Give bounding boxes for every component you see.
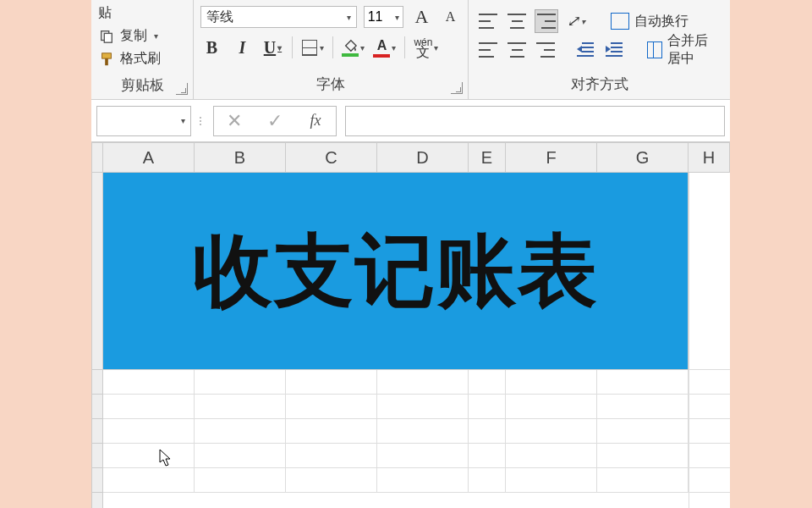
column-header[interactable]: B [195,142,286,173]
increase-font-button[interactable]: A [410,5,432,29]
dialog-launcher-icon[interactable] [176,83,188,95]
orientation-button[interactable]: ⤢▾ [565,9,587,33]
title-cell[interactable]: 收支记账表 [103,173,689,370]
cell[interactable] [597,370,689,395]
increase-indent-button[interactable] [603,38,625,62]
cell[interactable] [689,370,730,395]
row-header[interactable] [91,444,103,468]
align-bottom-button[interactable] [535,9,558,33]
cell[interactable] [103,468,195,493]
font-size-select[interactable]: 11 ▾ [364,6,404,28]
align-left-button[interactable] [477,38,499,62]
column-header[interactable]: H [689,142,730,173]
row-header[interactable] [91,419,103,444]
cancel-button[interactable]: ✕ [214,107,255,135]
font-body: 等线 ▾ 11 ▾ A A B I U▾ [194,0,468,71]
font-color-button[interactable]: A ▾ [373,36,396,59]
cell[interactable] [195,444,286,468]
column-header[interactable]: G [597,142,689,173]
cell[interactable] [469,370,506,395]
paste-button[interactable]: 贴 [98,2,186,25]
cell[interactable] [286,468,377,493]
align-bottom-icon [537,14,556,29]
cell[interactable] [286,419,377,444]
cell[interactable] [506,370,597,395]
cell[interactable] [469,419,506,444]
formula-buttons: ✕ ✓ fx [213,106,337,136]
cell[interactable] [195,370,286,395]
align-right-button[interactable] [535,38,557,62]
cell[interactable] [286,444,377,468]
cell[interactable] [286,395,377,419]
cell[interactable] [195,419,286,444]
underline-button[interactable]: U▾ [261,36,283,59]
borders-button[interactable]: ▾ [301,36,324,59]
row-header[interactable] [91,370,103,395]
align-center-button[interactable] [506,38,528,62]
column-header[interactable]: D [377,142,469,173]
name-box[interactable]: ▾ [96,106,191,136]
font-family-select[interactable]: 等线 ▾ [200,6,356,28]
cell[interactable] [506,468,597,493]
cell[interactable] [469,395,506,419]
column-header[interactable]: C [286,142,377,173]
cells-area[interactable]: 收支记账表 [103,173,730,508]
row-header[interactable] [91,395,103,419]
row-header[interactable] [91,493,103,508]
cell[interactable] [103,395,195,419]
align-body: ⤢▾ 自动换行 合并后 [469,0,730,71]
separator [404,36,405,58]
column-header[interactable]: F [506,142,597,173]
bold-button[interactable]: B [200,36,222,59]
cell[interactable] [689,444,730,468]
copy-button[interactable]: 复制 ▾ [98,25,186,47]
cell[interactable] [377,395,469,419]
cell[interactable] [597,395,689,419]
cell[interactable] [103,370,195,395]
enter-button[interactable]: ✓ [255,107,295,135]
cell[interactable] [597,468,689,493]
cell[interactable] [377,419,469,444]
cell[interactable] [689,173,730,370]
cell[interactable] [103,444,195,468]
column-header[interactable]: A [103,142,195,173]
cell[interactable] [469,468,506,493]
format-painter-button[interactable]: 格式刷 [98,47,186,70]
column-header[interactable]: E [469,142,506,173]
cell[interactable] [597,419,689,444]
cell[interactable] [103,419,195,444]
merge-center-button[interactable]: 合并后居中 [647,32,721,68]
align-middle-button[interactable] [506,9,528,33]
select-all-corner[interactable] [91,142,103,173]
cell[interactable] [689,395,730,419]
wrap-text-button[interactable]: 自动换行 [611,13,689,30]
phonetic-guide-button[interactable]: wén 文 ▾ [414,36,438,59]
align-top-button[interactable] [477,9,499,33]
align-center-icon [508,42,526,58]
dialog-launcher-icon[interactable] [451,82,463,94]
decrease-font-button[interactable]: A [439,5,461,29]
cell[interactable] [469,444,506,468]
cell[interactable] [506,395,597,419]
cell[interactable] [506,419,597,444]
right-cells [689,173,730,508]
cell[interactable] [506,444,597,468]
cell[interactable] [195,395,286,419]
decrease-indent-button[interactable] [574,38,596,62]
formula-input[interactable] [345,106,725,136]
cell[interactable] [597,444,689,468]
cell[interactable] [377,370,469,395]
fill-color-button[interactable]: ▾ [342,36,365,59]
row-header[interactable] [91,468,103,493]
row-header[interactable] [91,173,103,370]
cell[interactable] [377,444,469,468]
italic-button[interactable]: I [231,36,253,59]
cell[interactable] [689,468,730,493]
resize-grip[interactable] [200,117,205,125]
cell[interactable] [377,468,469,493]
cell[interactable] [286,370,377,395]
cell[interactable] [689,419,730,444]
insert-function-button[interactable]: fx [295,107,336,135]
cell[interactable] [195,468,286,493]
align-top-icon [479,14,497,29]
